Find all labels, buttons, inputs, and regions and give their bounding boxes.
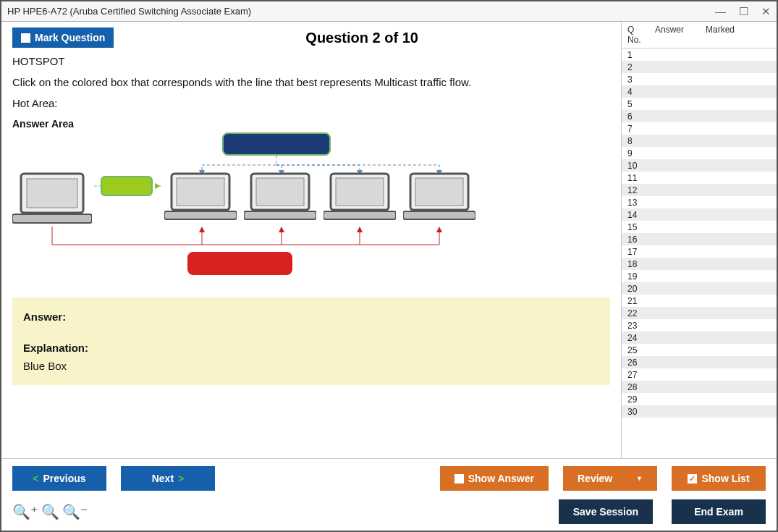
- show-list-label: Show List: [701, 473, 749, 484]
- answer-area-label: Answer Area: [12, 118, 610, 130]
- question-number-title: Question 2 of 10: [114, 30, 610, 46]
- question-row[interactable]: 16: [622, 233, 777, 245]
- question-row[interactable]: 1: [622, 48, 777, 61]
- svg-rect-16: [256, 178, 304, 206]
- question-row[interactable]: 24: [622, 332, 777, 344]
- question-row[interactable]: 17: [622, 245, 777, 258]
- question-row[interactable]: 23: [622, 319, 777, 332]
- mark-question-label: Mark Question: [35, 32, 105, 43]
- question-row[interactable]: 3: [622, 73, 777, 85]
- question-row[interactable]: 19: [622, 270, 777, 282]
- save-session-button[interactable]: Save Session: [559, 499, 653, 524]
- end-exam-button[interactable]: End Exam: [672, 499, 766, 524]
- col-qno: Q No.: [622, 22, 652, 48]
- previous-label: Previous: [43, 473, 86, 484]
- chevron-right-icon: >: [178, 473, 184, 484]
- question-row[interactable]: 7: [622, 122, 777, 135]
- question-row[interactable]: 28: [622, 381, 777, 393]
- question-row[interactable]: 21: [622, 295, 777, 307]
- svg-marker-6: [279, 227, 284, 232]
- question-body: HOTSPOT Click on the colored box that co…: [12, 55, 610, 385]
- hotspot-green-box[interactable]: [101, 176, 153, 196]
- explanation-label: Explanation:: [23, 342, 599, 354]
- main-panel: Mark Question Question 2 of 10 HOTSPOT C…: [1, 22, 621, 458]
- zoom-controls: 🔍⁺ 🔍 🔍⁻: [12, 503, 88, 520]
- svg-rect-22: [415, 178, 463, 206]
- laptop-icon: [324, 172, 396, 223]
- col-answer: Answer: [652, 22, 703, 48]
- close-icon[interactable]: ✕: [761, 5, 771, 18]
- hotspot-red-box[interactable]: [187, 252, 292, 275]
- question-row[interactable]: 14: [622, 208, 777, 221]
- svg-rect-19: [336, 178, 384, 206]
- next-button[interactable]: Next >: [121, 466, 215, 491]
- question-row[interactable]: 27: [622, 368, 777, 381]
- hotspot-diagram: [12, 132, 490, 284]
- next-label: Next: [152, 473, 174, 484]
- chevron-down-icon: ▼: [636, 475, 643, 482]
- laptop-icon: [164, 172, 237, 223]
- svg-rect-13: [177, 178, 224, 206]
- checkbox-checked-icon: [688, 474, 697, 484]
- svg-rect-20: [324, 211, 396, 219]
- zoom-reset-icon[interactable]: 🔍: [41, 503, 59, 520]
- question-row[interactable]: 11: [622, 172, 777, 184]
- question-row[interactable]: 20: [622, 282, 777, 295]
- question-row[interactable]: 30: [622, 405, 777, 418]
- checkbox-icon: [21, 33, 30, 43]
- question-row[interactable]: 22: [622, 307, 777, 319]
- laptop-icon: [244, 172, 316, 223]
- answer-panel: Answer: Explanation: Blue Box: [12, 297, 610, 385]
- answer-label: Answer:: [23, 311, 66, 323]
- footer: < Previous Next > Show Answer Review ▼ S…: [1, 458, 777, 531]
- question-list[interactable]: 1234567891011121314151617181920212223242…: [622, 48, 777, 458]
- question-prompt: Click on the colored box that correspond…: [12, 76, 610, 88]
- previous-button[interactable]: < Previous: [12, 466, 106, 491]
- question-type-label: HOTSPOT: [12, 55, 610, 67]
- svg-rect-17: [244, 211, 316, 219]
- question-row[interactable]: 8: [622, 135, 777, 147]
- hotspot-blue-box[interactable]: [222, 132, 331, 156]
- save-session-label: Save Session: [573, 506, 638, 518]
- review-button[interactable]: Review ▼: [563, 466, 657, 491]
- svg-rect-14: [164, 211, 237, 219]
- question-row[interactable]: 6: [622, 110, 777, 122]
- question-row[interactable]: 15: [622, 221, 777, 233]
- titlebar: HP HPE6-A72 (Aruba Certified Switching A…: [1, 1, 777, 22]
- question-row[interactable]: 29: [622, 393, 777, 405]
- svg-rect-23: [403, 211, 475, 219]
- question-row[interactable]: 18: [622, 258, 777, 270]
- question-row[interactable]: 9: [622, 147, 777, 159]
- chevron-left-icon: <: [33, 473, 38, 484]
- svg-rect-10: [27, 179, 77, 208]
- window-controls: — ☐ ✕: [715, 5, 771, 18]
- svg-marker-8: [436, 227, 442, 232]
- show-answer-button[interactable]: Show Answer: [440, 466, 549, 491]
- svg-marker-4: [155, 183, 161, 189]
- question-row[interactable]: 13: [622, 196, 777, 208]
- question-row[interactable]: 26: [622, 356, 777, 368]
- question-row[interactable]: 4: [622, 85, 777, 98]
- maximize-icon[interactable]: ☐: [739, 5, 748, 18]
- zoom-in-icon[interactable]: 🔍⁺: [12, 503, 38, 520]
- question-list-sidebar: Q No. Answer Marked 12345678910111213141…: [621, 22, 777, 458]
- question-row[interactable]: 25: [622, 344, 777, 356]
- end-exam-label: End Exam: [694, 506, 743, 518]
- explanation-text: Blue Box: [23, 360, 599, 372]
- svg-marker-5: [199, 227, 205, 232]
- review-label: Review: [578, 473, 612, 484]
- svg-marker-7: [357, 227, 363, 232]
- question-row[interactable]: 10: [622, 159, 777, 172]
- show-list-button[interactable]: Show List: [672, 466, 766, 491]
- show-answer-label: Show Answer: [468, 473, 534, 484]
- checkbox-icon: [454, 474, 464, 484]
- question-row[interactable]: 12: [622, 184, 777, 196]
- svg-rect-11: [12, 214, 92, 223]
- zoom-out-icon[interactable]: 🔍⁻: [62, 503, 88, 520]
- mark-question-button[interactable]: Mark Question: [12, 28, 114, 48]
- laptop-icon: [12, 172, 92, 227]
- question-row[interactable]: 5: [622, 98, 777, 110]
- minimize-icon[interactable]: —: [715, 5, 726, 18]
- question-row[interactable]: 2: [622, 61, 777, 73]
- laptop-icon: [403, 172, 475, 223]
